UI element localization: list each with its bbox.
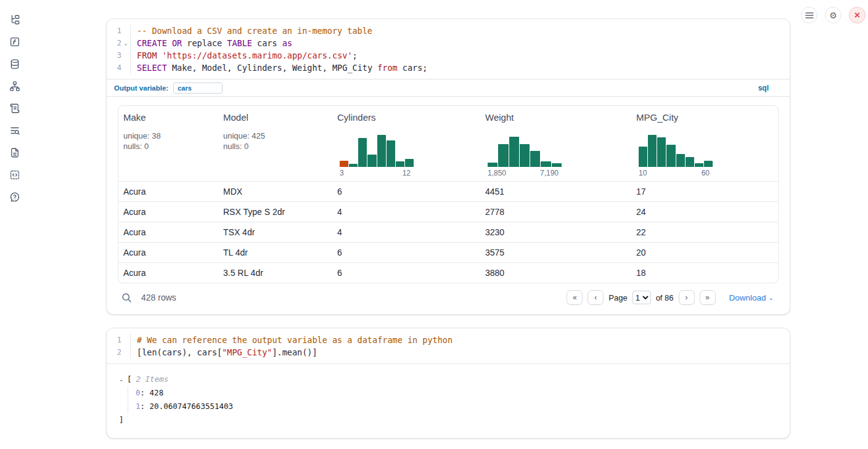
table-search-button[interactable] bbox=[121, 293, 132, 303]
table-row[interactable]: Acura3.5 RL 4dr6388018 bbox=[118, 262, 778, 283]
language-badge[interactable]: sql bbox=[758, 84, 769, 92]
table-row[interactable]: AcuraTSX 4dr4323022 bbox=[118, 222, 778, 242]
fold-spacer bbox=[121, 25, 131, 37]
table-row[interactable]: AcuraMDX6445117 bbox=[118, 181, 778, 201]
download-button[interactable]: Download ⌄ bbox=[729, 293, 774, 302]
code-text: SELECT Make, Model, Cylinders, Weight, M… bbox=[131, 62, 427, 74]
column-stat: nulls: 0 bbox=[123, 141, 213, 152]
code-line[interactable]: 3FROM 'https://datasets.marimo.app/cars.… bbox=[107, 49, 790, 62]
menu-button[interactable] bbox=[801, 7, 817, 23]
table-row[interactable]: AcuraTL 4dr6357520 bbox=[118, 242, 778, 262]
window-controls: ⚙ × bbox=[801, 7, 866, 23]
sidebar-item-datasources[interactable] bbox=[9, 59, 21, 70]
histogram-bar bbox=[648, 135, 657, 167]
table-row[interactable]: AcuraRSX Type S 2dr4277824 bbox=[118, 201, 778, 222]
column-header-make[interactable]: Makeunique: 38nulls: 0 bbox=[118, 106, 218, 181]
histogram-bars bbox=[639, 135, 713, 167]
table-footer: 428 rows « ‹ Page 1 of 86 › » Download ⌄ bbox=[118, 290, 779, 305]
table-cell: Acura bbox=[118, 248, 218, 257]
sidebar-item-snippets[interactable] bbox=[9, 169, 21, 180]
tree-root: ⌄ [ 2 Items bbox=[119, 373, 777, 386]
code-line[interactable]: 4SELECT Make, Model, Cylinders, Weight, … bbox=[107, 62, 790, 74]
first-page-button[interactable]: « bbox=[567, 290, 583, 305]
output-variable-input[interactable] bbox=[173, 83, 223, 94]
column-title: Model bbox=[223, 112, 327, 123]
line-number: 2 bbox=[107, 346, 121, 358]
sidebar-item-table-of-contents[interactable] bbox=[9, 125, 21, 136]
column-title: Weight bbox=[485, 112, 626, 123]
last-page-button[interactable]: » bbox=[700, 290, 716, 305]
code-text: -- Download a CSV and create an in-memor… bbox=[131, 25, 372, 37]
histogram-bar bbox=[676, 154, 685, 167]
pagination: « ‹ Page 1 of 86 › » Download ⌄ bbox=[567, 290, 774, 305]
tree-entry: 0: 428 bbox=[136, 386, 777, 400]
column-histogram: 1,8507,190 bbox=[488, 135, 562, 177]
table-cell: 20 bbox=[631, 248, 778, 257]
tree-entry-value: 428 bbox=[150, 388, 164, 397]
sidebar-item-file-explorer[interactable] bbox=[9, 14, 21, 25]
column-histogram: 312 bbox=[340, 135, 414, 177]
code-text: [len(cars), cars["MPG_City"].mean()] bbox=[131, 346, 317, 358]
table-cell: RSX Type S 2dr bbox=[218, 207, 332, 217]
table-cell: 3575 bbox=[480, 248, 631, 257]
table-cell: 24 bbox=[631, 207, 778, 217]
close-icon: × bbox=[854, 10, 860, 21]
tree-entry-index: 1 bbox=[136, 402, 141, 411]
column-stat: nulls: 0 bbox=[223, 141, 327, 152]
histogram-bar bbox=[405, 159, 414, 167]
histogram-bar bbox=[639, 147, 647, 167]
table-cell: 17 bbox=[631, 187, 778, 196]
sql-cell-meta: Output variable: sql bbox=[107, 79, 790, 96]
code-line[interactable]: 2⌄CREATE OR replace TABLE cars as bbox=[107, 37, 790, 49]
settings-button[interactable]: ⚙ bbox=[825, 7, 841, 23]
shutdown-button[interactable]: × bbox=[849, 7, 866, 23]
gear-icon: ⚙ bbox=[829, 10, 837, 20]
code-line[interactable]: 1# We can reference the output variable … bbox=[107, 334, 790, 346]
column-header-cylinders[interactable]: Cylinders312 bbox=[332, 106, 480, 181]
sql-code-editor[interactable]: 1-- Download a CSV and create an in-memo… bbox=[107, 19, 790, 79]
sidebar-item-documentation[interactable] bbox=[9, 147, 21, 158]
histogram-bar bbox=[387, 140, 395, 167]
column-stat: unique: 425 bbox=[223, 131, 327, 141]
sidebar-item-scratchpad[interactable] bbox=[9, 103, 21, 114]
python-code-editor[interactable]: 1# We can reference the output variable … bbox=[107, 328, 790, 363]
column-header-weight[interactable]: Weight1,8507,190 bbox=[480, 106, 631, 181]
sidebar-item-help[interactable] bbox=[9, 192, 21, 203]
tree-entry-index: 0 bbox=[136, 388, 141, 397]
sidebar-item-functions[interactable] bbox=[9, 36, 21, 47]
histogram-bar bbox=[520, 144, 530, 167]
column-title: MPG_City bbox=[636, 112, 773, 123]
line-number: 4 bbox=[107, 62, 121, 74]
table-body: AcuraMDX6445117AcuraRSX Type S 2dr427782… bbox=[118, 181, 778, 283]
histogram-bar bbox=[541, 161, 551, 167]
column-header-mpg_city[interactable]: MPG_City1060 bbox=[631, 106, 778, 181]
histogram-max-label: 7,190 bbox=[540, 169, 559, 177]
prev-page-button[interactable]: ‹ bbox=[588, 290, 604, 305]
tree-close-bracket: ] bbox=[119, 413, 777, 427]
line-number: 3 bbox=[107, 49, 121, 62]
column-header-model[interactable]: Modelunique: 425nulls: 0 bbox=[218, 106, 332, 181]
code-line[interactable]: 1-- Download a CSV and create an in-memo… bbox=[107, 25, 790, 37]
code-text: # We can reference the output variable a… bbox=[131, 334, 452, 346]
page-label: Page bbox=[608, 293, 627, 302]
help-bubble-icon bbox=[9, 192, 20, 203]
histogram-bar bbox=[530, 151, 540, 167]
fold-chevron-icon[interactable]: ⌄ bbox=[121, 37, 131, 49]
collapse-chevron-icon[interactable]: ⌄ bbox=[119, 373, 127, 386]
file-tree-icon bbox=[9, 14, 20, 25]
fold-spacer bbox=[121, 346, 131, 358]
page-select[interactable]: 1 bbox=[633, 291, 651, 304]
code-text: FROM 'https://datasets.marimo.app/cars.c… bbox=[131, 49, 358, 62]
sidebar-panel bbox=[0, 0, 30, 449]
list-search-icon bbox=[9, 125, 20, 136]
column-histogram: 1060 bbox=[639, 135, 713, 177]
tree-items-count: 2 Items bbox=[136, 373, 169, 386]
histogram-axis-labels: 312 bbox=[340, 169, 414, 177]
table-cell: 4451 bbox=[480, 187, 631, 196]
sidebar-item-dependency-graph[interactable] bbox=[9, 81, 21, 92]
code-line[interactable]: 2[len(cars), cars["MPG_City"].mean()] bbox=[107, 346, 790, 358]
next-page-button[interactable]: › bbox=[679, 290, 695, 305]
network-icon bbox=[9, 81, 20, 92]
table-cell: 6 bbox=[332, 248, 480, 257]
python-cell-output: ⌄ [ 2 Items 0: 4281: 20.060747663551403 … bbox=[107, 363, 790, 438]
